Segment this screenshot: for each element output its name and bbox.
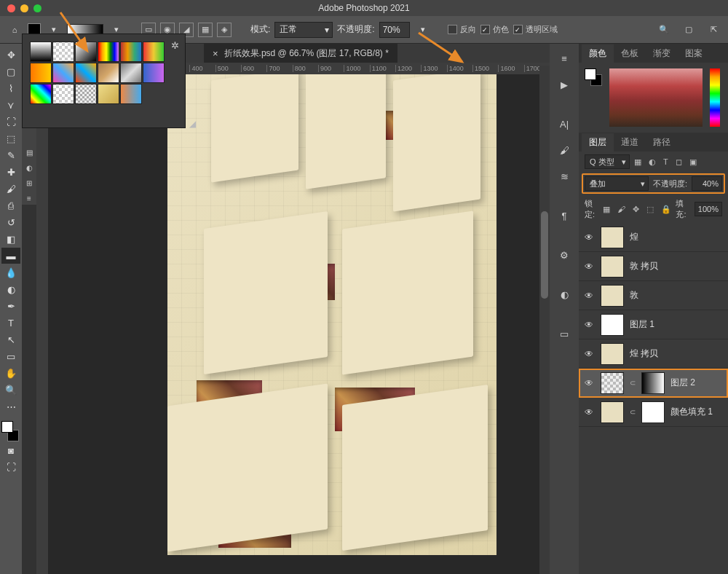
- lock-move-icon[interactable]: ✥: [633, 205, 639, 214]
- gradient-swatch[interactable]: [75, 63, 97, 83]
- tool-brush[interactable]: 🖌: [1, 181, 20, 197]
- tool-path[interactable]: ↖: [1, 331, 20, 347]
- visibility-icon[interactable]: 👁: [583, 320, 595, 330]
- gradient-swatch[interactable]: [75, 84, 97, 104]
- gradient-swatch[interactable]: [30, 84, 52, 104]
- tool-more[interactable]: ⋯: [1, 398, 20, 414]
- layer-row[interactable]: 👁 煌: [579, 223, 728, 252]
- visibility-icon[interactable]: 👁: [583, 262, 595, 272]
- filter-type-select[interactable]: Q 类型: [585, 154, 630, 169]
- character-icon[interactable]: A|: [554, 114, 574, 134]
- tool-blur[interactable]: 💧: [1, 264, 20, 280]
- tool-zoom[interactable]: 🔍: [1, 382, 20, 398]
- layer-thumbnail[interactable]: [601, 256, 624, 278]
- minimize-window[interactable]: [20, 4, 28, 12]
- diamond-gradient-icon[interactable]: ◈: [217, 23, 232, 37]
- brush-icon[interactable]: 🖌: [554, 140, 574, 160]
- tool-eraser[interactable]: ◧: [1, 231, 20, 247]
- tool-history-brush[interactable]: ↺: [1, 214, 20, 230]
- link-icon[interactable]: ⊂: [630, 379, 636, 387]
- gradient-swatch[interactable]: [98, 42, 119, 62]
- gradient-swatch[interactable]: [30, 63, 52, 83]
- styles-icon[interactable]: ◐: [554, 284, 574, 304]
- filter-smart-icon[interactable]: ▣: [689, 157, 697, 167]
- color-swatches[interactable]: [1, 421, 20, 441]
- fg-color[interactable]: [585, 68, 596, 80]
- layer-row[interactable]: 👁 敦: [579, 281, 728, 310]
- panel-icon[interactable]: ≡: [23, 192, 36, 205]
- layer-thumbnail[interactable]: [601, 314, 624, 336]
- visibility-icon[interactable]: 👁: [583, 232, 595, 243]
- visibility-icon[interactable]: 👁: [583, 407, 595, 417]
- hue-slider[interactable]: [710, 68, 720, 127]
- tab-color[interactable]: 颜色: [582, 44, 614, 63]
- play-icon[interactable]: ▶: [554, 74, 574, 95]
- filter-type-icon[interactable]: T: [663, 157, 668, 167]
- lock-artboard-icon[interactable]: ⬚: [646, 205, 654, 214]
- layer-row[interactable]: 👁 煌 拷贝: [579, 339, 728, 369]
- tool-move[interactable]: ✥: [1, 47, 20, 63]
- mask-thumbnail[interactable]: [641, 372, 665, 394]
- filter-pixel-icon[interactable]: ▦: [634, 157, 641, 167]
- layer-row[interactable]: 👁 ⊂ 颜色填充 1: [579, 398, 728, 427]
- tool-lasso[interactable]: ⌇: [1, 80, 20, 96]
- layer-thumbnail[interactable]: [601, 285, 624, 307]
- gradient-swatch[interactable]: [143, 42, 165, 62]
- layer-name[interactable]: 煌: [630, 231, 638, 243]
- tool-crop[interactable]: ⛶: [1, 114, 20, 130]
- tab-layers[interactable]: 图层: [582, 133, 614, 152]
- layer-thumbnail[interactable]: [601, 401, 624, 423]
- gradient-swatch[interactable]: [120, 42, 142, 62]
- tab-patterns[interactable]: 图案: [678, 44, 710, 63]
- filter-adjust-icon[interactable]: ◐: [649, 157, 656, 167]
- gear-icon[interactable]: ✲: [171, 40, 179, 51]
- tool-wand[interactable]: ⋎: [1, 97, 20, 113]
- mask-thumbnail[interactable]: [641, 401, 665, 423]
- tool-shape[interactable]: ▭: [1, 348, 20, 364]
- layer-name[interactable]: 敦 拷贝: [630, 260, 658, 272]
- scrollbar-vertical[interactable]: [539, 66, 550, 574]
- layer-name[interactable]: 图层 1: [630, 318, 654, 331]
- search-icon[interactable]: 🔍: [655, 21, 673, 39]
- gradient-swatch[interactable]: [30, 42, 52, 62]
- maximize-window[interactable]: [33, 4, 41, 12]
- gradient-swatch[interactable]: [52, 63, 74, 83]
- lock-paint-icon[interactable]: 🖌: [617, 205, 625, 214]
- tool-gradient[interactable]: ▬: [1, 248, 20, 264]
- layer-name[interactable]: 敦: [630, 289, 638, 302]
- close-tab-icon[interactable]: ×: [213, 48, 218, 59]
- share-icon[interactable]: ⇱: [705, 21, 722, 39]
- tool-screenmode[interactable]: ⛶: [1, 459, 20, 475]
- tool-eyedropper[interactable]: ✎: [1, 147, 20, 163]
- gradient-swatch[interactable]: [98, 84, 119, 104]
- tab-paths[interactable]: 路径: [646, 133, 678, 152]
- home-icon[interactable]: ⌂: [6, 21, 23, 39]
- tool-quickmask[interactable]: ◙: [1, 442, 20, 458]
- layer-name[interactable]: 煌 拷贝: [630, 347, 658, 360]
- expand-handle-icon[interactable]: ◢: [189, 119, 196, 129]
- reflected-gradient-icon[interactable]: ▦: [198, 23, 213, 37]
- tool-marquee[interactable]: ▢: [1, 63, 20, 79]
- adjustments-icon[interactable]: ⚙: [554, 245, 574, 265]
- canvas[interactable]: [167, 74, 496, 555]
- gradient-swatch[interactable]: [120, 84, 142, 104]
- foreground-color[interactable]: [1, 421, 13, 433]
- fill-input[interactable]: 100%: [695, 202, 722, 216]
- libraries-icon[interactable]: ▭: [554, 323, 574, 344]
- color-swatch-pair[interactable]: [585, 68, 602, 86]
- layer-row[interactable]: 👁 敦 拷贝: [579, 252, 728, 281]
- close-window[interactable]: [7, 4, 15, 12]
- tool-frame[interactable]: ⬚: [1, 130, 20, 146]
- tab-gradients[interactable]: 渐变: [646, 44, 678, 63]
- panel-icon[interactable]: ▤: [23, 146, 36, 159]
- lock-trans-icon[interactable]: ▦: [603, 205, 610, 214]
- visibility-icon[interactable]: 👁: [583, 349, 595, 359]
- layer-row[interactable]: 👁 ⊂ 图层 2: [579, 369, 728, 398]
- layer-thumbnail[interactable]: [601, 227, 624, 248]
- layer-name[interactable]: 图层 2: [670, 377, 695, 389]
- gradient-swatch[interactable]: [120, 63, 142, 83]
- color-field[interactable]: [609, 68, 703, 127]
- tool-heal[interactable]: ✚: [1, 164, 20, 180]
- tool-stamp[interactable]: ⎙: [1, 197, 20, 213]
- tab-swatches[interactable]: 色板: [614, 44, 646, 63]
